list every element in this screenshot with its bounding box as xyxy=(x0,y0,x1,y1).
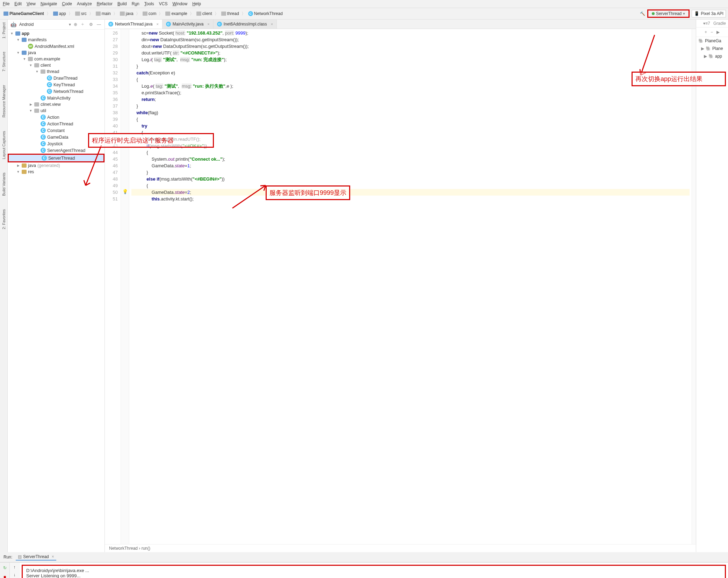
code-line[interactable]: String msg=din.readUTF(); xyxy=(131,136,690,142)
code-line[interactable]: GameData.state=2; xyxy=(131,189,690,196)
code-line[interactable]: System.out.println("Connect ok..."); xyxy=(131,156,690,162)
menu-edit[interactable]: Edit xyxy=(14,1,22,6)
tree-node-keythread[interactable]: CKeyThread xyxy=(8,81,104,88)
tree-node-thread[interactable]: ▼thread xyxy=(8,68,104,75)
expand-arrow-icon[interactable]: ▼ xyxy=(16,38,20,42)
gear-icon[interactable]: ⚙ xyxy=(89,22,94,27)
expand-arrow-icon[interactable]: ▶ xyxy=(16,164,20,167)
tree-node-joystick[interactable]: CJoystick xyxy=(8,140,104,147)
tree-node-res[interactable]: ▼res xyxy=(8,169,104,175)
run-tab[interactable]: ▤ ServerThread × xyxy=(16,554,56,561)
menu-window[interactable]: Window xyxy=(172,1,187,6)
tree-node-clinet-view[interactable]: ▶clinet.view xyxy=(8,101,104,108)
expand-arrow-icon[interactable]: ▼ xyxy=(16,170,20,174)
breadcrumb-item[interactable]: PlaneGameClient xyxy=(2,10,45,17)
bulb-icon[interactable]: 💡 xyxy=(122,189,128,194)
editor-tab-mainactivity-java[interactable]: CMainActivity.java× xyxy=(163,20,214,29)
down-icon[interactable]: ↓ xyxy=(14,572,16,577)
filter-indicator[interactable]: ▾≡7 xyxy=(703,21,710,26)
code-line[interactable]: { xyxy=(131,116,690,123)
menu-code[interactable]: Code xyxy=(62,1,72,6)
breadcrumb-item[interactable]: app xyxy=(52,10,67,17)
code-line[interactable]: try xyxy=(131,123,690,129)
chevron-right-icon[interactable]: ▶ xyxy=(716,30,720,35)
tool-tab-1-project[interactable]: 1: Project xyxy=(1,21,7,40)
breadcrumb-item[interactable]: src xyxy=(74,10,88,17)
tool-tab-2-favorites[interactable]: 2: Favorites xyxy=(1,208,7,231)
tree-node-manifests[interactable]: ▼manifests xyxy=(8,37,104,43)
code-line[interactable]: { xyxy=(131,149,690,156)
close-icon[interactable]: × xyxy=(207,22,209,26)
editor-breadcrumb[interactable]: NetworkThread › run() xyxy=(105,544,696,552)
tool-tab-build-variants[interactable]: Build Variants xyxy=(1,171,7,197)
breadcrumb-item[interactable]: java xyxy=(118,10,135,17)
menu-tools[interactable]: Tools xyxy=(144,1,154,6)
minimize-icon[interactable]: — xyxy=(97,22,102,27)
expand-arrow-icon[interactable]: ▼ xyxy=(22,57,27,61)
menu-view[interactable]: View xyxy=(27,1,36,6)
code-line[interactable]: Log.e( tag: "测试", msg: "run: 执行失败",e ); xyxy=(131,83,690,89)
code-line[interactable]: dout.writeUTF( str: "<#CONNECT#>"); xyxy=(131,50,690,56)
gradle-label[interactable]: Gradle xyxy=(713,21,726,26)
code-line[interactable]: { xyxy=(131,76,690,83)
code-line[interactable]: dout=new DataOutputStream(sc.getOutputSt… xyxy=(131,43,690,50)
code-line[interactable]: while(flag) xyxy=(131,109,690,116)
code-line[interactable]: } xyxy=(131,169,690,176)
tool-tab-7-structure[interactable]: 7: Structure xyxy=(1,50,7,73)
tree-node-gamedata[interactable]: CGameData xyxy=(8,134,104,140)
code-line[interactable]: GameData.state=1; xyxy=(131,162,690,169)
menu-file[interactable]: File xyxy=(3,1,9,6)
tool-tab-resource-manager[interactable]: Resource Manager xyxy=(1,83,7,119)
expand-arrow-icon[interactable]: ▼ xyxy=(29,109,33,112)
code-line[interactable]: } xyxy=(131,103,690,109)
gradle-item[interactable]: ▶🐘Plane xyxy=(696,45,728,52)
code-line[interactable]: { xyxy=(131,129,690,136)
code-line[interactable]: return; xyxy=(131,96,690,103)
code-line[interactable]: catch(Exception e) xyxy=(131,69,690,76)
code-line[interactable]: sc=new Socket( host: "192.168.43.252", p… xyxy=(131,30,690,36)
menu-analyze[interactable]: Analyze xyxy=(77,1,92,6)
expand-arrow-icon[interactable]: ▶ xyxy=(29,103,33,106)
tree-node-androidmanifest-xml[interactable]: MFAndroidManifest.xml xyxy=(8,43,104,50)
breadcrumb-item[interactable]: com xyxy=(141,10,158,17)
menu-vcs[interactable]: VCS xyxy=(159,1,168,6)
breadcrumb-item[interactable]: thread xyxy=(220,10,240,17)
tree-node-drawthread[interactable]: CDrawThread xyxy=(8,75,104,81)
code-line[interactable]: Log.i( tag: "测试", msg: "run: 完成连接"); xyxy=(131,56,690,63)
tool-tab-layout-captures[interactable]: Layout Captures xyxy=(1,130,7,161)
gradle-item[interactable]: 🐘PlaneGa xyxy=(696,37,728,45)
editor-tab-networkthread-java[interactable]: CNetworkThread.java× xyxy=(105,20,163,29)
editor-tab-inet6addressimpl-class[interactable]: CInet6AddressImpl.class× xyxy=(214,20,277,29)
project-tree[interactable]: ▼app▼manifestsMFAndroidManifest.xml▼java… xyxy=(8,30,104,552)
up-icon[interactable]: ↑ xyxy=(14,565,16,570)
code-line[interactable]: if(msg.startsWith("<#OK#>")) xyxy=(131,142,690,149)
close-icon[interactable]: × xyxy=(156,22,158,26)
device-selector[interactable]: 📱 Pixel 3a API xyxy=(692,10,726,17)
code-line[interactable]: din=new DataInputStream(sc.getInputStrea… xyxy=(131,36,690,43)
code-line[interactable]: } xyxy=(131,63,690,69)
dropdown-arrow-icon[interactable]: ▾ xyxy=(69,22,71,27)
expand-arrow-icon[interactable]: ▼ xyxy=(35,70,39,73)
expand-arrow-icon[interactable]: ▼ xyxy=(16,51,20,54)
gradle-item[interactable]: ▶🐘app xyxy=(696,52,728,60)
menu-navigate[interactable]: Navigate xyxy=(41,1,57,6)
run-output[interactable]: D:\Androidyx\jre\bin\java.exe ...Server … xyxy=(22,565,726,578)
project-view-mode[interactable]: Android xyxy=(19,22,66,27)
tree-node-action[interactable]: CAction xyxy=(8,114,104,120)
menu-run[interactable]: Run xyxy=(132,1,139,6)
tree-node-java[interactable]: ▶java (generated) xyxy=(8,162,104,169)
add-icon[interactable]: + xyxy=(705,30,707,35)
tree-node-client[interactable]: ▼client xyxy=(8,62,104,68)
tree-node-mainactivity[interactable]: CMainActivity xyxy=(8,95,104,101)
tree-node-serverthread[interactable]: CServerThread xyxy=(8,154,104,162)
expand-arrow-icon[interactable]: ▼ xyxy=(10,32,14,35)
tree-node-app[interactable]: ▼app xyxy=(8,30,104,37)
divide-icon[interactable]: ÷ xyxy=(81,22,86,27)
menu-help[interactable]: Help xyxy=(192,1,201,6)
tree-node-constant[interactable]: CConstant xyxy=(8,127,104,134)
tree-node-com-example[interactable]: ▼com.example xyxy=(8,56,104,62)
rerun-icon[interactable]: ↻ xyxy=(2,565,8,571)
tree-node-util[interactable]: ▼util xyxy=(8,108,104,114)
breadcrumb-item[interactable]: example xyxy=(164,10,188,17)
code-line[interactable]: { xyxy=(131,182,690,189)
